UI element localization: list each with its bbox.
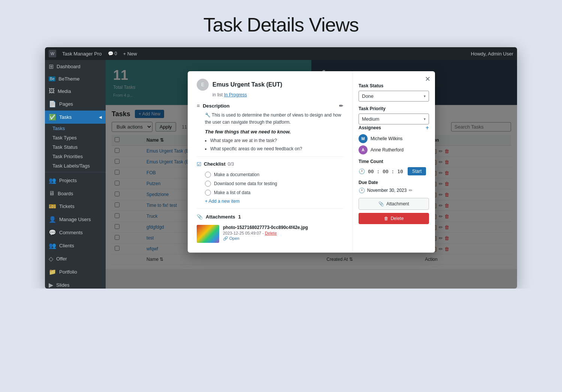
task-modal: E Emus Urgent Task (EUT) in list In Prog… [188,71,435,253]
assignee-item-michelle: M Michelle Wilkins [359,134,429,143]
sidebar-item-media[interactable]: 🖼 Media [45,85,106,97]
sidebar-item-pages[interactable]: 📄 Pages [45,97,106,111]
sidebar-item-betheme[interactable]: Be BeTheme [45,73,106,85]
sidebar-label-comments: Comments [59,230,83,235]
new-content-btn[interactable]: + New [123,51,137,57]
time-icon: 🕐 [359,168,365,174]
modal-overlay[interactable]: E Emus Urgent Task (EUT) in list In Prog… [106,60,517,289]
status-value: Done [362,93,374,99]
due-date-icon: 🕐 [359,187,365,193]
bullet-1: What stage are we at in the task? [210,137,343,145]
tasks-submenu: Tasks Task Types Task Status Task Priori… [45,124,106,171]
main-content: 11 Total Tasks From 4 p... 4 Total Proje… [106,60,517,289]
checklist-text-3: Make a list of data [214,190,250,195]
admin-bar: W Task Manager Pro 💬 0 + New Howdy, Admi… [45,47,517,60]
sidebar-label-offer: Offer [56,256,67,262]
due-date-label: Due Date [359,180,429,185]
status-select[interactable]: Done ▾ [359,91,429,102]
add-assignee-button[interactable]: + [426,124,429,131]
task-list-ref: in list In Progress [212,92,343,97]
description-emphasis: The few things that we need to know. [197,129,343,135]
assignee-name-michelle: Michelle Wilkins [371,136,402,141]
modal-left: E Emus Urgent Task (EUT) in list In Prog… [188,71,353,253]
delete-btn-icon: 🗑 [384,216,389,221]
checklist-header: ☑ Checklist 0/3 [197,161,343,167]
description-edit-icon[interactable]: ✏ [339,103,343,109]
checklist-item-2: Downlaod some data for testing [197,179,343,188]
submenu-label-task-labels: Task Labels/Tags [52,163,90,169]
media-icon: 🖼 [49,88,55,94]
offer-icon: ◇ [49,255,53,262]
add-item-button[interactable]: + Add a new item [197,197,343,205]
submenu-tasks[interactable]: Tasks [49,124,106,133]
task-title: Emus Urgent Task (EUT) [212,81,282,88]
description-text: 🔧 This is used to determine the number o… [197,112,343,126]
attachment-btn-label: Attachment [386,201,409,206]
attachment-button[interactable]: 📎 Attachment [359,198,429,210]
sidebar-item-clients[interactable]: 👥 Clients [45,239,106,252]
checklist-circle-3[interactable] [205,190,211,196]
sidebar-item-tasks[interactable]: ✅ Tasks ◀ [45,111,106,124]
divider-1 [197,156,343,157]
sidebar-item-manage-users[interactable]: 👤 Manage Users [45,213,106,226]
start-timer-button[interactable]: Start [408,167,426,175]
modal-right: ✕ Task Status Done ▾ Task Priority Mediu… [353,71,435,253]
projects-icon: 👥 [49,177,56,184]
checklist-circle-2[interactable] [205,181,211,187]
attachments-icon: 📎 [197,214,203,220]
pages-icon: 📄 [49,100,56,108]
sidebar-label-portfolio: Portfolio [59,269,77,275]
sidebar-label-tickets: Tickets [59,203,75,209]
submenu-task-priorities[interactable]: Task Priorities [49,152,106,161]
modal-close-button[interactable]: ✕ [425,76,430,82]
sidebar-item-boards[interactable]: 🖥 Boards [45,187,106,200]
sidebar-item-portfolio[interactable]: 📁 Portfolio [45,265,106,278]
boards-icon: 🖥 [49,190,55,197]
sidebar-item-tickets[interactable]: 🎫 Tickets [45,200,106,213]
attachment-open-link[interactable]: 🔗 Open [223,236,308,241]
priority-select[interactable]: Medium ▾ [359,114,429,124]
description-label: Description [203,103,230,109]
checklist-icon: ☑ [197,161,202,167]
attachment-thumbnail [197,225,219,243]
sidebar-label-slides: Slides [56,282,69,288]
time-count-row: 🕐 00 : 00 : 10 Start [359,167,429,175]
sidebar-item-comments[interactable]: 💬 Comments [45,226,106,239]
status-label: Task Status [359,83,429,88]
checklist-item-1: Make a documentation [197,170,343,179]
priority-value: Medium [362,116,379,122]
assignee-item-anne: A Anne Rutherford [359,145,429,154]
task-list-link[interactable]: In Progress [224,92,247,97]
time-display: 00 : 00 : 10 [368,169,403,174]
assignee-avatar-anne: A [359,145,368,154]
submenu-task-labels[interactable]: Task Labels/Tags [49,161,106,171]
delete-button[interactable]: 🗑 Delete [359,213,429,224]
tasks-arrow: ◀ [99,115,102,119]
sidebar-item-dashboard[interactable]: ⊞ Dashboard [45,60,106,73]
submenu-task-status[interactable]: Task Status [49,142,106,152]
due-date-edit-icon[interactable]: ✏ [409,188,413,193]
due-date-row: 🕐 November 30, 2023 ✏ [359,187,429,193]
time-count-label: Time Count [359,159,429,164]
checklist-item-3: Make a list of data [197,188,343,197]
site-name[interactable]: Task Manager Pro [62,51,102,57]
sidebar-label-pages: Pages [59,101,73,107]
comments-bubble[interactable]: 💬 0 [108,51,117,56]
sidebar-item-projects[interactable]: 👥 Projects [45,174,106,187]
sidebar-item-slides[interactable]: ▶ Slides [45,278,106,289]
clients-icon: 👥 [49,242,56,249]
due-date-value: November 30, 2023 [367,188,407,193]
description-bullets: What stage are we at in the task? What s… [197,137,343,153]
tasks-icon: ✅ [49,114,56,121]
submenu-task-types[interactable]: Task Types [49,133,106,142]
checklist-circle-1[interactable] [205,172,211,178]
checklist-text-2: Downlaod some data for testing [214,181,277,186]
priority-label: Task Priority [359,106,429,111]
wp-logo: W [49,50,56,57]
sidebar-item-offer[interactable]: ◇ Offer [45,252,106,265]
checklist-text-1: Make a documentation [214,172,259,177]
attachment-date: 2023-12-25 05:49:07 - Delete [223,231,308,235]
howdy-text: Howdy, Admin User [471,51,513,57]
submenu-label-task-status: Task Status [52,144,78,150]
attachment-delete-link[interactable]: Delete [265,231,277,235]
